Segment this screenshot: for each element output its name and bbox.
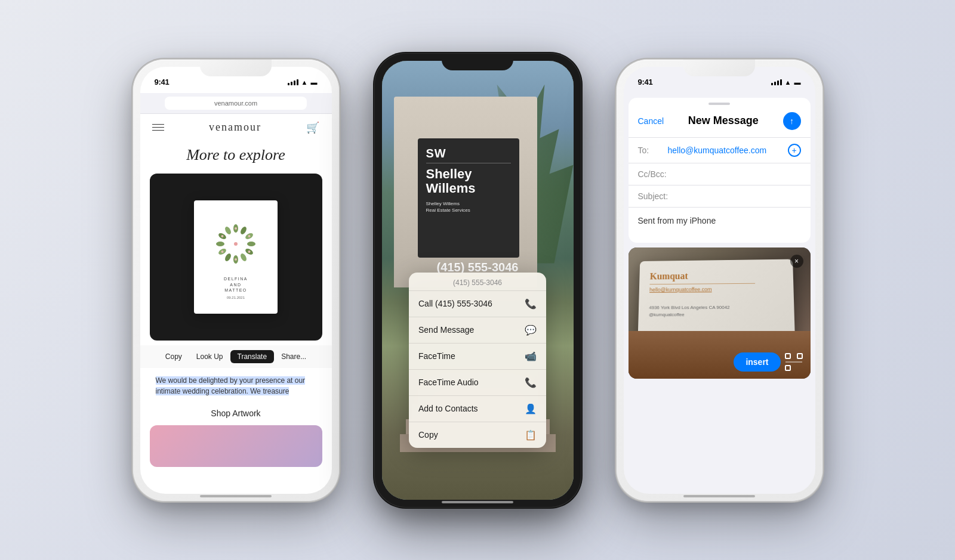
invitation-card: DELFINA AND MATTEO 09.21.2021 [194,200,278,314]
mail-body-text: Sent from my iPhone [638,216,716,225]
phone-2-screen: SW Shelley Willems Shelley Willems Real … [382,61,574,500]
svg-point-12 [224,225,232,235]
invite-names: DELFINA AND MATTEO [224,276,248,293]
phone-1-screen: 9:41 ▲ ▬ venamour.com [140,67,332,494]
hero-text: More to explore [140,141,332,169]
brand-name: venamour [209,121,261,134]
home-indicator-2[interactable] [442,501,513,503]
close-icon: × [794,257,799,265]
to-field[interactable]: To: hello@kumquatcoffee.com + [629,137,811,163]
copy-button[interactable]: Copy [158,350,189,363]
mail-header: Cancel New Message ↑ [629,110,811,137]
svg-rect-21 [797,354,802,358]
facetime-audio-label: FaceTime Audio [418,378,479,387]
mail-title: New Message [688,115,759,127]
svg-rect-20 [785,354,790,358]
invite-date: 09.21.2021 [227,296,245,299]
phone-1: 9:41 ▲ ▬ venamour.com [133,60,339,501]
phone-2: SW Shelley Willems Shelley Willems Real … [375,54,581,507]
translate-button[interactable]: Translate [230,350,275,363]
battery-icon-3: ▬ [794,79,801,86]
send-arrow-icon: ↑ [790,116,794,126]
svg-point-17 [235,258,237,261]
to-value[interactable]: hello@kumquatcoffee.com [668,146,788,155]
message-icon: 💬 [525,324,537,336]
phone-2-content: SW Shelley Willems Shelley Willems Real … [382,61,574,500]
message-label: Send Message [418,325,474,335]
person-add-icon: 👤 [525,403,537,414]
close-attachment-button[interactable]: × [790,255,803,268]
copy-doc-icon: 📋 [525,429,537,441]
hamburger-menu-icon[interactable] [152,124,164,131]
home-indicator-3[interactable] [683,495,755,497]
home-indicator[interactable] [200,495,272,497]
table-texture [629,331,811,379]
facetime-video-icon: 📹 [525,351,537,362]
add-recipient-button[interactable]: + [788,144,801,157]
svg-point-4 [247,242,255,246]
mail-attachment-area: Kumquat hello@kumquatcoffee.com 4936 Yor… [629,247,811,379]
bottom-product-card [150,425,322,467]
subject-field[interactable]: Subject: [629,185,811,207]
card-address: 4936 York Blvd Los Angeles CA 90042 @kum… [649,304,783,318]
mail-compose-card: Cancel New Message ↑ To: hello@kumquatco… [629,98,811,243]
insert-button[interactable]: insert [734,352,780,372]
to-label: To: [638,146,668,155]
phone-3-status-icons: ▲ ▬ [771,79,801,86]
context-add-contacts-item[interactable]: Add to Contacts 👤 [409,395,546,422]
phone-2-notch [442,54,513,70]
phone-icon: 📞 [525,298,537,310]
svg-point-13 [234,242,238,246]
battery-icon: ▬ [311,79,318,86]
safari-address-bar[interactable]: venamour.com [140,93,332,114]
phone-3: 9:41 ▲ ▬ [617,60,822,501]
url-display[interactable]: venamour.com [165,97,307,110]
product-card: DELFINA AND MATTEO 09.21.2021 [150,174,322,341]
svg-point-14 [235,227,237,230]
shop-artwork-label[interactable]: Shop Artwork [140,404,332,423]
svg-point-6 [239,252,248,262]
context-copy-item[interactable]: Copy 📋 [409,422,546,448]
highlighted-text: We would be delighted by your presence a… [156,376,306,395]
context-menu: (415) 555-3046 Call (415) 555-3046 📞 Sen… [409,273,546,448]
business-card-photo: Kumquat hello@kumquatcoffee.com 4936 Yor… [629,247,811,379]
cancel-button[interactable]: Cancel [638,116,664,126]
subject-label: Subject: [638,191,668,201]
cc-bcc-label: Cc/Bcc: [638,169,668,179]
site-navigation: venamour 🛒 [140,114,332,141]
sign-name: Shelley Willems [426,167,511,196]
facetime-label: FaceTime [418,351,455,361]
cart-icon[interactable]: 🛒 [306,121,319,134]
sheet-handle [629,98,811,110]
send-button[interactable]: ↑ [783,112,801,130]
phone-3-time: 9:41 [638,78,653,86]
context-facetime-item[interactable]: FaceTime 📹 [409,343,546,369]
real-estate-sign: SW Shelley Willems Shelley Willems Real … [418,138,519,258]
facetime-audio-icon: 📞 [525,377,537,388]
wifi-icon: ▲ [301,79,308,86]
phone-3-notch [683,60,755,76]
cc-bcc-field[interactable]: Cc/Bcc: [629,163,811,185]
add-contacts-label: Add to Contacts [418,404,478,413]
svg-point-2 [239,225,248,235]
phone-1-notch [200,60,272,76]
sign-initials: SW [426,147,511,163]
floral-icon [206,214,266,274]
context-message-item[interactable]: Send Message 💬 [409,317,546,343]
mail-body[interactable]: Sent from my iPhone [629,207,811,243]
card-email: hello@kumquatcoffee.com [649,286,783,292]
phones-container: 9:41 ▲ ▬ venamour.com [133,54,822,507]
share-button[interactable]: Share... [274,350,313,363]
card-brand-name: Kumquat [649,270,782,281]
svg-point-10 [216,242,224,246]
text-selection-menu: Copy Look Up Translate Share... [140,345,332,368]
look-up-button[interactable]: Look Up [189,350,230,363]
sign-subtitle: Shelley Willems Real Estate Services [426,200,511,214]
phone-1-status-icons: ▲ ▬ [288,79,318,86]
context-call-item[interactable]: Call (415) 555-3046 📞 [409,290,546,317]
context-facetime-audio-item[interactable]: FaceTime Audio 📞 [409,369,546,395]
svg-rect-22 [785,366,790,370]
scan-icon[interactable] [784,352,803,372]
phone-1-content: 9:41 ▲ ▬ venamour.com [140,67,332,494]
signal-icon [288,79,298,85]
